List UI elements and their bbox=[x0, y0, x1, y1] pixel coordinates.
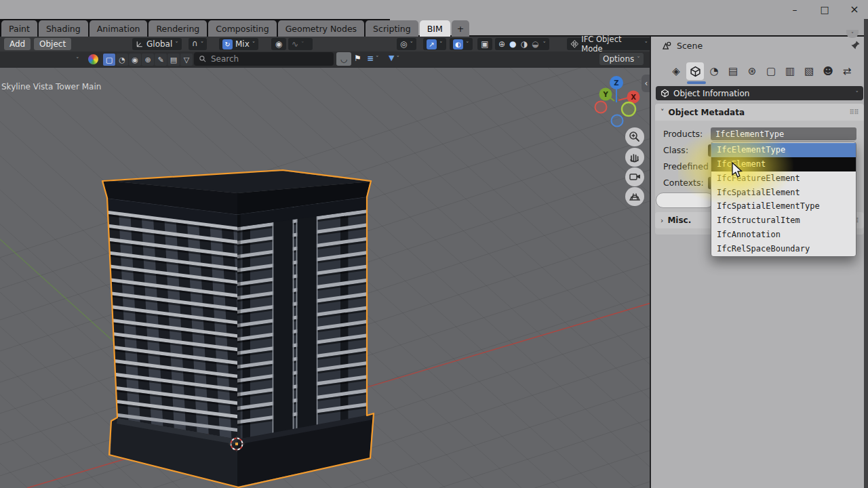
tab-transfer[interactable]: ⇄ bbox=[838, 62, 856, 80]
ifc-author-tool[interactable]: ✎ bbox=[155, 54, 167, 66]
gizmo-minus-y-ball[interactable] bbox=[622, 102, 635, 116]
camera-view-button[interactable] bbox=[625, 167, 644, 186]
tab-output[interactable]: ▧ bbox=[800, 62, 818, 80]
tab-material[interactable]: ◔ bbox=[705, 62, 723, 80]
filter-dropdown[interactable]: ▼ ˅ bbox=[389, 54, 399, 62]
breadcrumb: Scene bbox=[662, 41, 703, 51]
tab-team[interactable]: ☻ bbox=[819, 62, 837, 80]
blend-mode-dropdown[interactable]: ↻ Mix ˅ bbox=[219, 38, 258, 50]
maximize-button[interactable]: □ bbox=[811, 1, 838, 17]
chevron-down-icon: ˅ bbox=[252, 41, 256, 47]
viewport-header: Add Object Global ˅ ∪ ˅ ↻ Mix ˅ ◉ ∿ ˅ ◎ … bbox=[0, 37, 651, 52]
selectability-dropdown[interactable]: ◎ ˅ bbox=[397, 38, 416, 50]
chevron-right-icon: › bbox=[660, 216, 663, 225]
add-workspace-button[interactable]: + bbox=[452, 20, 469, 37]
pan-hand-button[interactable] bbox=[625, 148, 644, 167]
material-shading-icon[interactable]: ◑ bbox=[521, 39, 528, 49]
overlays-dropdown[interactable]: ◐ ˅ bbox=[450, 38, 473, 50]
tab-selection[interactable]: ▢ bbox=[762, 62, 780, 80]
solid-shading-icon[interactable]: ● bbox=[509, 39, 516, 49]
dropdown-item-ifcrelspaceboundary[interactable]: IfcRelSpaceBoundary bbox=[711, 241, 856, 256]
ifc-annotate-tool[interactable]: ◉ bbox=[129, 54, 141, 66]
zoom-button[interactable] bbox=[625, 127, 644, 146]
gizmo-minus-z-ball[interactable] bbox=[612, 115, 623, 127]
object-menu[interactable]: Object bbox=[34, 38, 71, 50]
workspace-tabs: Paint Shading Animation Rendering Compos… bbox=[0, 19, 390, 37]
scene-icon bbox=[662, 41, 672, 51]
minimize-button[interactable]: – bbox=[781, 1, 808, 17]
tab-bim[interactable]: BIM bbox=[420, 20, 450, 37]
ifc-structure-tool[interactable]: ▽ bbox=[180, 54, 193, 66]
search-icon bbox=[199, 55, 207, 63]
object-metadata-header[interactable]: ˅ Object Metadata ⠿⠿ bbox=[655, 104, 864, 121]
object-information-header[interactable]: Object Information ˅ bbox=[656, 86, 863, 100]
tab-shading[interactable]: Shading bbox=[39, 20, 88, 37]
tab-scripting[interactable]: Scripting bbox=[366, 20, 418, 37]
ifc-aggregate-tool[interactable]: ▤ bbox=[167, 54, 180, 66]
gizmo-y-label: Y bbox=[602, 91, 608, 98]
ifc-logo-icon bbox=[570, 40, 578, 49]
options-dropdown[interactable]: Options ˅ bbox=[599, 53, 644, 65]
dropdown-item-ifcspatialelementtype[interactable]: IfcSpatialElementType bbox=[711, 199, 856, 214]
tab-object[interactable] bbox=[686, 62, 704, 80]
tab-geometry[interactable]: ▤ bbox=[724, 62, 742, 80]
ifc-select-tool[interactable]: ▢ bbox=[103, 54, 115, 66]
blenderbim-logo-icon[interactable] bbox=[88, 54, 98, 64]
dropdown-item-ifcstructuralitem[interactable]: IfcStructuralItem bbox=[711, 214, 856, 228]
wireframe-shading-icon[interactable]: ⊕ bbox=[498, 39, 505, 49]
chevron-down-icon: ˅ bbox=[201, 41, 204, 47]
tab-bim-project[interactable]: ◈ bbox=[667, 62, 685, 80]
transform-orientation-dropdown[interactable]: Global ˅ bbox=[132, 38, 182, 50]
mouse-cursor bbox=[731, 162, 745, 180]
gizmo-dropdown[interactable]: ↗ ˅ bbox=[423, 38, 446, 50]
tab-compositing[interactable]: Compositing bbox=[208, 20, 276, 37]
building-model[interactable] bbox=[99, 170, 374, 487]
chevron-down-icon: ˅ bbox=[439, 41, 443, 47]
tab-quality[interactable]: ▥ bbox=[781, 62, 799, 80]
viewport-canvas[interactable]: Z Y X bbox=[0, 68, 651, 488]
workspace-tabbar: Paint Shading Animation Rendering Compos… bbox=[0, 19, 868, 37]
rendered-shading-icon[interactable]: ◒ bbox=[532, 39, 538, 49]
panel-grip-icon[interactable]: ⠿⠿ bbox=[849, 108, 859, 116]
tab-geometry-nodes[interactable]: Geometry Nodes bbox=[278, 20, 364, 37]
object-metadata-label: Object Metadata bbox=[669, 108, 745, 117]
mode-dropdown[interactable]: IFC Object Mode ˅ bbox=[567, 38, 651, 50]
perspective-toggle-button[interactable] bbox=[625, 187, 644, 206]
tab-animation[interactable]: Animation bbox=[90, 20, 148, 37]
bookmark-icon[interactable]: ⚑ bbox=[354, 54, 361, 63]
dropdown-item-ifcspatialelement[interactable]: IfcSpatialElement bbox=[711, 185, 856, 199]
arc-tool-button[interactable]: ◡ bbox=[336, 52, 351, 66]
chevron-down-icon: ˅ bbox=[645, 41, 648, 47]
chevron-down-icon: ˅ bbox=[301, 41, 304, 47]
proportional-edit-toggle[interactable]: ◉ bbox=[271, 38, 286, 50]
chevron-down-icon[interactable]: ˅ bbox=[76, 56, 79, 63]
falloff-curve-icon: ∿ bbox=[292, 39, 298, 49]
object-information-label: Object Information bbox=[673, 89, 749, 98]
active-object-label: Skyline Vista Tower Main bbox=[1, 82, 101, 92]
ifc-georeference-tool[interactable]: ⊕ bbox=[142, 54, 154, 66]
chevron-down-icon: ˅ bbox=[660, 108, 665, 117]
products-value: IfcElementType bbox=[715, 129, 784, 139]
products-dropdown-button[interactable]: IfcElementType bbox=[711, 127, 856, 140]
cube-icon bbox=[660, 89, 669, 98]
falloff-dropdown[interactable]: ∿ ˅ bbox=[288, 38, 313, 50]
dropdown-item-ifcannotation[interactable]: IfcAnnotation bbox=[711, 228, 856, 242]
chevron-down-icon: ˅ bbox=[637, 56, 640, 62]
close-button[interactable]: × bbox=[841, 1, 868, 17]
products-dropdown-menu: IfcElementType IfcElement IfcFeatureElem… bbox=[711, 142, 856, 257]
add-menu[interactable]: Add bbox=[4, 38, 31, 50]
axes-icon bbox=[136, 40, 144, 48]
tab-attributes[interactable]: ⊛ bbox=[743, 62, 761, 80]
hierarchy-dropdown[interactable]: ≡ ˅ bbox=[367, 54, 379, 63]
snap-dropdown[interactable]: ∪ ˅ bbox=[189, 38, 207, 50]
ifc-pie-tool[interactable]: ◔ bbox=[116, 54, 128, 66]
contexts-label: Contexts: bbox=[663, 178, 704, 188]
gizmo-minus-x-ball[interactable] bbox=[595, 102, 607, 113]
tab-paint[interactable]: Paint bbox=[1, 20, 37, 37]
search-input[interactable]: Search bbox=[194, 52, 334, 66]
tab-rendering[interactable]: Rendering bbox=[149, 20, 207, 37]
dropdown-item-ifcelementtype[interactable]: IfcElementType bbox=[711, 143, 856, 157]
xray-toggle[interactable]: ▣ bbox=[477, 38, 492, 50]
context-value-field[interactable] bbox=[656, 192, 714, 208]
pin-icon[interactable] bbox=[850, 40, 861, 50]
